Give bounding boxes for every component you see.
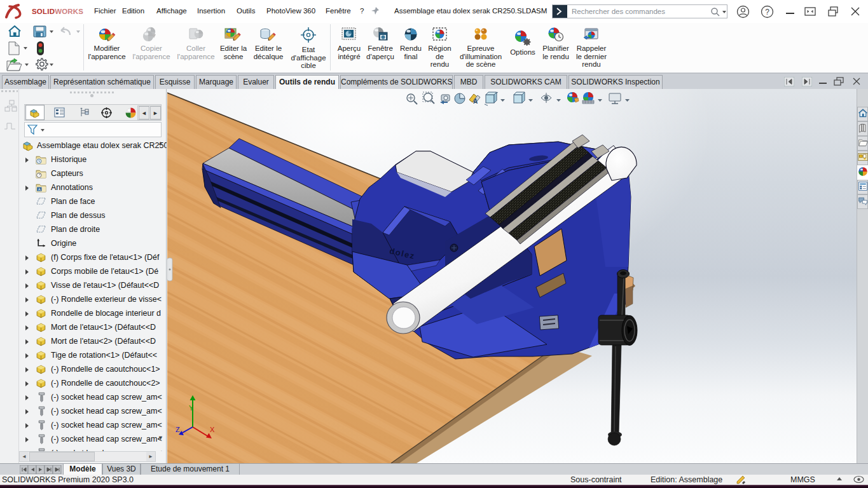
svg-text:Z: Z [176,426,180,433]
svg-text:?: ? [765,8,769,17]
svg-text:A: A [473,98,478,105]
svg-text:Y: Y [189,404,194,412]
svg-text:A: A [38,187,41,191]
svg-text:X: X [210,426,215,433]
